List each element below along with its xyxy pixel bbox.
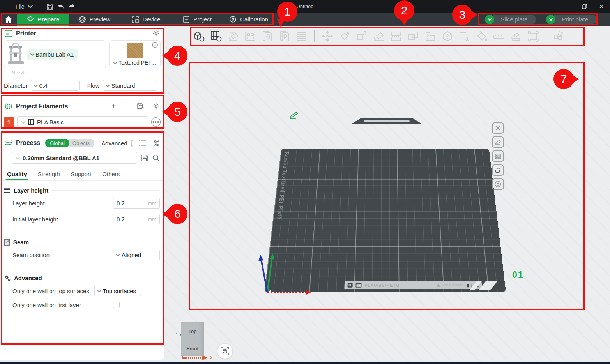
layer-height-field[interactable]: mm [113, 198, 160, 209]
printer-model-dropdown[interactable]: Bambu Lab A1 [27, 49, 78, 60]
seam-group-icon [4, 239, 10, 246]
split-to-parts-icon[interactable] [278, 30, 290, 42]
search-preset-icon[interactable] [152, 154, 160, 162]
scope-global-pill[interactable]: Global [45, 139, 69, 147]
support-painting-icon[interactable] [510, 30, 522, 42]
plate-type-card[interactable]: Textured PEI ... [109, 40, 161, 68]
nav-cube-body[interactable]: Top Front [181, 322, 204, 356]
mesh-boolean-icon[interactable] [407, 30, 419, 42]
scale-icon[interactable] [355, 30, 368, 42]
add-plate-icon[interactable] [210, 30, 222, 42]
layer-height-unit: mm [148, 200, 156, 206]
plate-rename-pencil-icon[interactable] [289, 111, 299, 119]
isometric-view-button[interactable] [217, 344, 232, 359]
initial-layer-height-field[interactable]: mm [113, 214, 160, 224]
text-tool-icon[interactable]: a [458, 30, 470, 42]
close-button[interactable]: ✕ [593, 0, 610, 13]
chevron-down-icon [116, 253, 120, 257]
tab-device[interactable]: Device [120, 13, 172, 26]
undo-icon[interactable] [57, 4, 64, 10]
printer-section-title: Printer [16, 30, 36, 37]
assembly-icon[interactable] [553, 30, 565, 42]
negative-part-icon[interactable] [424, 30, 436, 42]
variable-layer-height-icon[interactable] [295, 30, 308, 42]
save-preset-icon[interactable] [141, 154, 149, 162]
info-icon[interactable] [152, 42, 158, 48]
plate-type-dropdown[interactable]: Textured PEI ... [114, 60, 156, 66]
file-menu-chevron-icon[interactable] [28, 3, 33, 8]
remove-filament-icon[interactable]: − [124, 102, 129, 111]
cut-icon[interactable] [390, 30, 402, 42]
diameter-label: Diameter [4, 82, 28, 89]
arrange-plate-icon[interactable] [492, 150, 504, 162]
process-preset-dropdown[interactable]: 0.20mm Standard @BBL A1 [12, 152, 137, 164]
tab-project[interactable]: Project [172, 13, 223, 26]
plate-settings-icon[interactable] [492, 178, 504, 190]
nav-cube[interactable]: Top Front z X [175, 320, 219, 362]
minimize-button[interactable]: — [559, 0, 576, 13]
save-icon[interactable] [46, 3, 53, 10]
process-tab-support[interactable]: Support [65, 168, 97, 180]
only-one-wall-first-layer-checkbox[interactable] [113, 302, 120, 308]
flow-dropdown[interactable]: Standard [103, 80, 157, 91]
print-plate-label[interactable]: Print plate [554, 15, 597, 24]
printer-settings-gear-icon[interactable] [152, 30, 160, 37]
svg-text:AUTO: AUTO [230, 32, 236, 34]
home-button[interactable] [0, 13, 17, 26]
tab-preview[interactable]: Preview [69, 13, 120, 26]
slice-plate-label[interactable]: Slice plate [493, 15, 536, 24]
auto-orient-icon[interactable]: AUTO [227, 30, 239, 42]
simplify-model-icon[interactable] [441, 30, 453, 42]
move-icon[interactable] [321, 30, 333, 42]
object-toolbar: AUTO [193, 27, 565, 45]
filament-more-button[interactable]: ••• [151, 117, 161, 127]
delete-plate-icon[interactable] [492, 122, 504, 134]
chevron-down-icon [106, 83, 110, 87]
add-model-icon[interactable] [193, 30, 205, 42]
filament-dropdown[interactable]: PLA Basic [17, 116, 148, 128]
parameter-list-icon[interactable] [139, 140, 146, 146]
add-filament-icon[interactable]: + [111, 102, 116, 111]
process-tab-quality[interactable]: Quality [2, 168, 32, 180]
process-tab-others[interactable]: Others [97, 168, 125, 180]
split-to-objects-icon[interactable] [261, 30, 273, 42]
filament-settings-gear-icon[interactable] [152, 102, 160, 110]
tune-icon[interactable] [153, 140, 160, 147]
ams-sync-icon[interactable] [137, 103, 144, 110]
advanced-group-title: Advanced [14, 275, 42, 281]
seam-position-dropdown[interactable]: Aligned [113, 250, 160, 260]
advanced-toggle[interactable] [131, 140, 133, 147]
advanced-toggle-label: Advanced [101, 140, 127, 147]
tab-prepare[interactable]: Prepare [17, 13, 69, 26]
layer-height-input[interactable] [117, 200, 140, 207]
printer-model-card[interactable]: Bambu Lab A1 [4, 40, 106, 68]
print-plate-button[interactable]: Print plate [546, 15, 597, 24]
nav-cube-top-face[interactable]: Top [181, 329, 204, 334]
window-title: Untitled [0, 4, 610, 9]
nav-cube-front-face[interactable]: Front [181, 346, 204, 352]
chevron-down-icon [97, 289, 101, 293]
nozzle-diameter-dropdown[interactable]: 0.4 [31, 80, 80, 91]
menu-icon[interactable] [4, 4, 12, 9]
arrange-icon[interactable] [244, 30, 256, 42]
maximize-button[interactable] [576, 0, 593, 13]
measure-icon[interactable] [493, 30, 505, 42]
rotate-icon[interactable] [338, 30, 350, 42]
file-menu[interactable]: File [16, 4, 25, 10]
auto-orient-plate-icon[interactable] [492, 136, 504, 148]
process-tab-strength[interactable]: Strength [32, 168, 65, 180]
initial-layer-height-input[interactable] [117, 216, 140, 223]
only-one-wall-top-dropdown[interactable]: Top surfaces [94, 286, 141, 296]
print-dropdown-chevron-icon[interactable] [546, 15, 555, 24]
lay-on-face-icon[interactable] [373, 30, 385, 42]
slice-plate-button[interactable]: Slice plate [485, 15, 536, 24]
color-painting-icon[interactable] [476, 30, 488, 42]
scope-objects-pill[interactable]: Objects [66, 139, 94, 147]
lock-plate-icon[interactable] [492, 164, 504, 176]
seam-painting-icon[interactable] [527, 30, 539, 42]
tab-calibration[interactable]: Calibration [223, 13, 274, 26]
redo-icon[interactable] [68, 4, 75, 10]
layer-height-label: Layer height [12, 200, 113, 207]
toolbar-divider [39, 3, 39, 10]
slice-dropdown-chevron-icon[interactable] [485, 15, 494, 24]
